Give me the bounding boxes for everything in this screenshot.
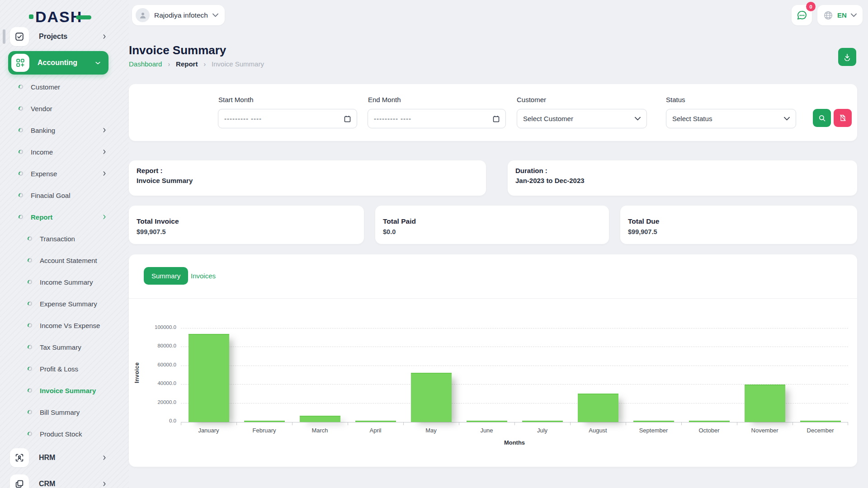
- duration-info-card: Duration : Jan-2023 to Dec-2023: [508, 160, 857, 196]
- messages-button[interactable]: 0: [792, 5, 812, 25]
- chevron-right-icon: [101, 455, 108, 461]
- sidebar-item-label: Tax Summary: [40, 343, 122, 351]
- x-axis-tick: [737, 422, 737, 425]
- report-label: Report :: [137, 167, 163, 174]
- sidebar-item-label: CRM: [39, 480, 101, 488]
- logo-dot: [29, 14, 33, 19]
- tab-invoices[interactable]: Invoices: [191, 267, 216, 285]
- chevron-down-white-icon: [94, 60, 101, 66]
- sidebar-item-finacial-goal[interactable]: Finacial Goal: [0, 184, 122, 206]
- y-axis-tick-label: 20000.0: [140, 399, 176, 405]
- bar-november: [745, 385, 785, 422]
- end-month-input[interactable]: --------- ----: [368, 109, 506, 128]
- sidebar-item-label: Finacial Goal: [31, 192, 122, 199]
- gridline: [181, 328, 848, 328]
- bar-october: [689, 421, 730, 422]
- sidebar-item-expense[interactable]: Expense: [0, 163, 122, 184]
- bullet-icon: [18, 171, 24, 176]
- x-axis-tick-label: September: [626, 427, 681, 434]
- clear-file-icon: [839, 114, 846, 122]
- sidebar-item-account-statement[interactable]: Account Statement: [0, 249, 122, 271]
- bullet-icon: [27, 279, 33, 285]
- calendar-icon: [344, 115, 351, 122]
- sidebar-item-label: Invoice Summary: [40, 387, 122, 394]
- report-value: Invoice Summary: [137, 177, 193, 184]
- x-axis-tick: [793, 422, 793, 425]
- bullet-icon: [18, 106, 24, 111]
- chevron-right-icon: [101, 149, 108, 155]
- total-paid-card: Total Paid$0.0: [375, 206, 609, 244]
- bullet-icon: [27, 431, 33, 436]
- x-axis-tick-label: March: [292, 427, 348, 434]
- x-axis-tick-label: August: [570, 427, 626, 434]
- sidebar-item-customer[interactable]: Customer: [0, 76, 122, 98]
- chevron-right-icon: [101, 455, 108, 461]
- x-axis-tick: [292, 422, 292, 425]
- sidebar-item-transaction[interactable]: Transaction: [0, 228, 122, 249]
- sidebar-item-banking[interactable]: Banking: [0, 119, 122, 141]
- sidebar-item-accounting[interactable]: Accounting: [0, 50, 122, 76]
- start-month-label: Start Month: [218, 96, 254, 103]
- sidebar-item-profit-loss[interactable]: Profit & Loss: [0, 358, 122, 380]
- sidebar-item-label: Transaction: [40, 235, 122, 243]
- chevron-down-icon: [94, 60, 101, 66]
- chevron-down-icon: [851, 13, 857, 17]
- chat-bubble-icon: [797, 10, 807, 21]
- download-report-button[interactable]: [838, 48, 856, 66]
- sidebar-item-income[interactable]: Income: [0, 141, 122, 163]
- chevron-down-icon: [635, 117, 641, 121]
- sidebar-item-label: Accounting: [38, 59, 94, 67]
- sidebar-item-income-summary[interactable]: Income Summary: [0, 271, 122, 293]
- bullet-icon: [27, 236, 33, 241]
- breadcrumb-dashboard[interactable]: Dashboard: [129, 60, 162, 68]
- sidebar-item-projects[interactable]: Projects: [0, 27, 122, 50]
- x-axis-tick: [681, 422, 682, 425]
- x-axis-tick-label: June: [459, 427, 514, 434]
- chevron-right-icon: [101, 481, 108, 487]
- sidebar-item-label: Report: [31, 213, 101, 221]
- status-select[interactable]: Select Status: [666, 109, 796, 128]
- chevron-right-icon: [101, 33, 108, 40]
- chevron-down-icon: [212, 13, 218, 17]
- cards-icon: [14, 479, 24, 488]
- x-axis-tick: [348, 422, 348, 425]
- bullet-icon: [18, 106, 24, 111]
- sidebar-item-bill-summary[interactable]: Bill Summary: [0, 401, 122, 423]
- chevron-right-icon: [101, 33, 108, 40]
- sidebar-scrollbar[interactable]: [3, 29, 5, 44]
- duration-value: Jan-2023 to Dec-2023: [515, 177, 585, 184]
- sidebar-item-product-stock[interactable]: Product Stock: [0, 423, 122, 445]
- apply-filter-button[interactable]: [813, 109, 831, 127]
- sidebar-item-label: Income Vs Expense: [40, 322, 122, 329]
- start-month-input[interactable]: --------- ----: [218, 109, 357, 128]
- notification-badge: 0: [806, 2, 816, 11]
- sidebar-item-tax-summary[interactable]: Tax Summary: [0, 336, 122, 358]
- sidebar-item-vendor[interactable]: Vendor: [0, 98, 122, 119]
- x-axis-tick: [459, 422, 459, 425]
- sidebar-item-report[interactable]: Report: [0, 206, 122, 228]
- sidebar-item-income-vs-expense[interactable]: Income Vs Expense: [0, 314, 122, 336]
- language-selector[interactable]: EN: [817, 5, 863, 25]
- end-month-label: End Month: [368, 96, 401, 103]
- reset-filter-button[interactable]: [834, 109, 852, 127]
- filter-card: Start Month --------- ---- End Month ---…: [129, 84, 857, 141]
- bullet-icon: [18, 171, 24, 176]
- total-due-card: Total Due$99,907.5: [620, 206, 857, 244]
- status-label: Status: [666, 96, 685, 103]
- workspace-switcher[interactable]: Rajodiya infotech: [132, 5, 225, 25]
- x-axis-tick-label: April: [348, 427, 403, 434]
- x-axis-tick-label: November: [737, 427, 793, 434]
- sidebar-item-crm[interactable]: CRM: [0, 471, 122, 488]
- user-scan-icon: [14, 453, 24, 463]
- breadcrumb-report[interactable]: Report: [176, 60, 198, 68]
- bar-february: [244, 421, 285, 422]
- sidebar-item-invoice-summary[interactable]: Invoice Summary: [0, 380, 122, 401]
- y-axis-tick-label: 80000.0: [140, 343, 176, 348]
- bullet-icon: [27, 409, 33, 415]
- tab-summary[interactable]: Summary: [144, 267, 188, 285]
- customer-select[interactable]: Select Customer: [517, 109, 647, 128]
- bar-september: [633, 421, 674, 422]
- sidebar-item-hrm[interactable]: HRM: [0, 445, 122, 471]
- sidebar-item-expense-summary[interactable]: Expense Summary: [0, 293, 122, 314]
- y-axis-tick-label: 40000.0: [140, 380, 176, 386]
